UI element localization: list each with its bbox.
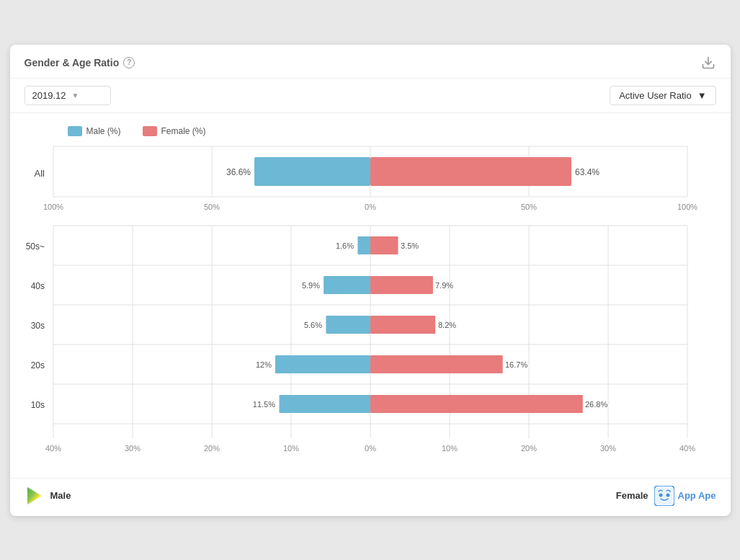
- svg-text:50%: 50%: [203, 203, 219, 211]
- svg-rect-34: [357, 236, 370, 254]
- main-card: Gender & Age Ratio ? 2019.12 ▼ Active Us…: [10, 45, 731, 516]
- app-ape-logo: App Ape: [654, 486, 716, 506]
- help-icon[interactable]: ?: [123, 57, 135, 68]
- app-ape-name: App Ape: [678, 490, 716, 501]
- svg-text:50s~: 50s~: [25, 241, 44, 252]
- card-header: Gender & Age Ratio ?: [10, 45, 731, 79]
- svg-text:7.9%: 7.9%: [435, 281, 453, 290]
- legend: Male (%) Female (%): [24, 120, 716, 139]
- svg-rect-35: [370, 236, 398, 254]
- play-icon: [24, 486, 45, 506]
- svg-text:100%: 100%: [43, 203, 63, 211]
- svg-text:100%: 100%: [677, 203, 697, 211]
- legend-male-box: [68, 126, 82, 136]
- svg-rect-40: [370, 276, 433, 294]
- chart-area: Male (%) Female (%) A: [10, 113, 731, 478]
- legend-female: Female (%): [143, 126, 206, 136]
- svg-text:8.2%: 8.2%: [438, 321, 456, 329]
- footer-female-label: Female: [616, 490, 648, 501]
- svg-text:36.6%: 36.6%: [226, 167, 250, 177]
- svg-rect-44: [326, 316, 370, 334]
- legend-male: Male (%): [68, 126, 121, 136]
- card-title-text: Gender & Age Ratio: [24, 57, 120, 68]
- svg-text:11.5%: 11.5%: [252, 400, 275, 409]
- bottom-chart: 50s~ 1.6% 3.5% 40s 5.9% 7.9% 30s: [24, 226, 716, 471]
- app-ape-icon: [654, 486, 674, 506]
- svg-text:5.9%: 5.9%: [301, 281, 319, 290]
- svg-text:0%: 0%: [365, 203, 376, 211]
- legend-female-label: Female (%): [161, 126, 206, 136]
- svg-text:63.4%: 63.4%: [575, 167, 599, 177]
- date-dropdown[interactable]: 2019.12 ▼: [24, 86, 111, 105]
- svg-text:40s: 40s: [30, 281, 44, 291]
- svg-text:20%: 20%: [520, 444, 536, 453]
- svg-text:10s: 10s: [30, 400, 44, 410]
- svg-text:1.6%: 1.6%: [335, 241, 353, 250]
- svg-text:26.8%: 26.8%: [585, 400, 607, 409]
- svg-rect-10: [370, 157, 571, 186]
- toolbar: 2019.12 ▼ Active User Ratio ▼: [10, 79, 731, 113]
- svg-text:10%: 10%: [282, 444, 298, 453]
- svg-marker-67: [27, 487, 42, 505]
- download-icon[interactable]: [700, 55, 716, 71]
- svg-text:All: All: [34, 168, 45, 179]
- svg-rect-9: [254, 157, 370, 186]
- svg-point-70: [666, 493, 669, 497]
- chart-footer: Male Female App Ape: [10, 478, 731, 516]
- footer-left: Male: [24, 486, 71, 506]
- svg-text:10%: 10%: [441, 444, 457, 453]
- top-chart: All 36.6% 63.4% 100% 50% 0% 50% 100%: [24, 139, 716, 218]
- legend-female-box: [143, 126, 157, 136]
- svg-text:50%: 50%: [520, 203, 536, 211]
- svg-text:30%: 30%: [599, 444, 615, 453]
- svg-rect-49: [275, 355, 370, 373]
- footer-right: Female App Ape: [616, 486, 716, 506]
- svg-rect-68: [654, 486, 674, 506]
- svg-text:16.7%: 16.7%: [505, 360, 527, 369]
- svg-rect-45: [370, 316, 435, 334]
- date-dropdown-label: 2019.12: [32, 90, 66, 101]
- svg-point-69: [659, 493, 662, 497]
- svg-rect-54: [279, 395, 370, 413]
- footer-male-label: Male: [50, 490, 71, 501]
- svg-text:12%: 12%: [255, 360, 271, 369]
- metric-chevron-icon: ▼: [697, 90, 707, 101]
- svg-text:5.6%: 5.6%: [303, 321, 321, 329]
- svg-text:3.5%: 3.5%: [401, 241, 419, 250]
- date-chevron-icon: ▼: [72, 92, 79, 99]
- svg-text:40%: 40%: [45, 444, 61, 453]
- svg-text:0%: 0%: [365, 444, 376, 453]
- svg-text:30%: 30%: [124, 444, 140, 453]
- svg-text:30s: 30s: [30, 321, 44, 331]
- svg-rect-55: [370, 395, 583, 413]
- svg-rect-39: [324, 276, 370, 294]
- card-title-group: Gender & Age Ratio ?: [24, 57, 135, 68]
- svg-text:40%: 40%: [679, 444, 695, 453]
- metric-dropdown[interactable]: Active User Ratio ▼: [610, 86, 716, 105]
- metric-dropdown-label: Active User Ratio: [619, 90, 691, 101]
- svg-text:20s: 20s: [30, 360, 44, 370]
- legend-male-label: Male (%): [86, 126, 121, 136]
- svg-text:20%: 20%: [203, 444, 219, 453]
- svg-rect-50: [370, 355, 503, 373]
